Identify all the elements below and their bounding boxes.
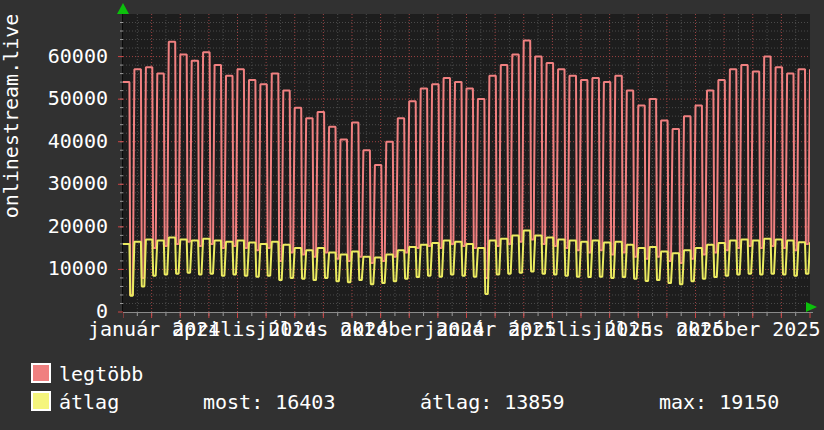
x-axis-arrow-icon	[806, 302, 817, 312]
y-tick-label: 40000	[0, 130, 108, 152]
rrd-graph-page: { "title": "onlinestream.live", "legend"…	[0, 0, 824, 430]
stat-most: most: 16403	[203, 391, 335, 413]
y-tick-label: 20000	[0, 215, 108, 237]
y-axis-ticks	[115, 14, 123, 313]
y-tick-label: 10000	[0, 257, 108, 279]
y-tick-label: 60000	[0, 45, 108, 67]
legend-swatch-legtobb	[31, 363, 51, 383]
legend-swatch-atlag	[31, 391, 51, 411]
data-series	[123, 14, 810, 312]
y-axis-arrow-icon	[117, 3, 129, 14]
series-line-atlag	[123, 231, 810, 296]
stat-max: max: 19150	[659, 391, 779, 413]
y-tick-label: 30000	[0, 172, 108, 194]
legend-label-legtobb: legtöbb	[59, 363, 143, 385]
legend-label-atlag: átlag	[59, 391, 119, 413]
plot-area	[123, 14, 810, 312]
stat-atlag: átlag: 13859	[420, 391, 565, 413]
x-tick-label: október 2025	[676, 318, 821, 340]
y-tick-label: 50000	[0, 87, 108, 109]
